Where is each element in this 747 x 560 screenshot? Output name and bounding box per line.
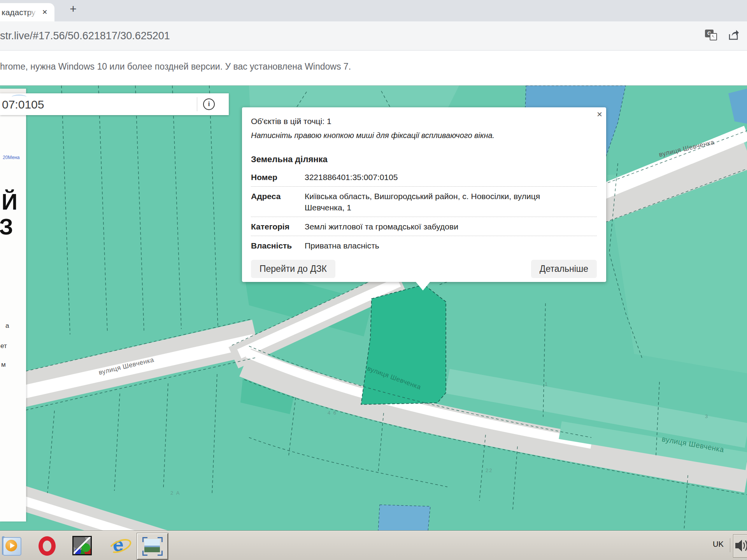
- sidebar-heading-fragment: Й: [2, 189, 18, 215]
- table-row: Номер 3221886401:35:007:0105: [251, 168, 597, 187]
- popup-attribute-table: Номер 3221886401:35:007:0105 Адреса Київ…: [251, 168, 597, 255]
- opera-icon[interactable]: [37, 536, 57, 555]
- cadastral-search-box[interactable]: 07:0105 i: [0, 93, 229, 115]
- popup-section-title: Земельна ділянка: [251, 154, 597, 164]
- row-value: Землі житлової та громадської забудови: [305, 221, 458, 232]
- row-label: Категорія: [251, 221, 305, 232]
- parcel-number: 2 А: [170, 490, 181, 496]
- search-divider: [197, 97, 197, 111]
- popup-caret: [416, 282, 430, 290]
- parcel-number: 22: [486, 467, 493, 473]
- parcel-info-popup: × Об'єктів в цій точці: 1 Натисніть прав…: [242, 107, 606, 282]
- address-bar-url[interactable]: str.live/#17.56/50.621817/30.625201: [0, 30, 170, 42]
- update-notification-bar: hrome, нужна Windows 10 или более поздне…: [0, 51, 747, 86]
- update-notification-text: hrome, нужна Windows 10 или более поздне…: [0, 61, 351, 72]
- go-to-dzk-button[interactable]: Перейти до ДЗК: [251, 260, 335, 278]
- site-sidebar: 20Мена Й З а ет м: [0, 89, 26, 522]
- popup-buttons: Перейти до ДЗК Детальніше: [251, 260, 597, 278]
- popup-objects-count: Об'єктів в цій точці: 1: [251, 117, 597, 126]
- details-button[interactable]: Детальніше: [531, 260, 597, 278]
- parcel-number: 1: [545, 381, 548, 387]
- info-icon[interactable]: i: [203, 98, 215, 110]
- sidebar-link-fragment[interactable]: 20Мена: [3, 155, 19, 160]
- row-label: Адреса: [251, 191, 305, 213]
- map-area[interactable]: вулиця Шевченка вулиця Шевченка вулиця Ш…: [0, 86, 747, 531]
- table-row: Адреса Київська область, Вишгородський р…: [251, 187, 597, 217]
- tab-title: кадастру: [2, 8, 37, 18]
- tray-divider: [730, 538, 730, 552]
- table-row: Власність Приватна власність: [251, 236, 597, 255]
- sidebar-item-fragment[interactable]: ет: [0, 342, 7, 350]
- language-indicator[interactable]: UK: [713, 540, 724, 549]
- sidebar-heading-fragment: З: [0, 214, 13, 240]
- parcel-number: 4 6: [328, 410, 337, 416]
- row-label: Власність: [251, 240, 305, 251]
- volume-icon[interactable]: [733, 534, 747, 558]
- translate-icon-cursor: ↖: [710, 33, 717, 40]
- taskbar: e UK: [0, 531, 747, 560]
- browser-tab[interactable]: кадастру ✕: [0, 3, 54, 21]
- screen: кадастру ✕ + str.live/#17.56/50.621817/3…: [0, 0, 747, 560]
- internet-explorer-icon[interactable]: e: [110, 536, 129, 555]
- search-input[interactable]: 07:0105: [2, 98, 44, 111]
- parcel-number: 3: [705, 413, 708, 419]
- sidebar-item-fragment[interactable]: а: [5, 322, 9, 330]
- table-row: Категорія Землі житлової та громадської …: [251, 217, 597, 236]
- row-value: 3221886401:35:007:0105: [305, 172, 398, 183]
- new-tab-button[interactable]: +: [67, 3, 79, 16]
- browser-toolbar: str.live/#17.56/50.621817/30.625201 G ↖: [0, 21, 747, 51]
- row-value: Київська область, Вишгородський район, с…: [305, 191, 573, 213]
- sidebar-item-fragment[interactable]: м: [1, 361, 6, 369]
- browser-tab-strip: кадастру ✕ +: [0, 0, 747, 21]
- tab-close-icon[interactable]: ✕: [40, 8, 49, 17]
- popup-hint: Натисніть правою кнопкою миші для фіксац…: [251, 131, 597, 140]
- map-app-icon[interactable]: [72, 536, 92, 555]
- row-value: Приватна власність: [305, 240, 379, 251]
- image-viewer-taskbar-button[interactable]: [137, 533, 168, 560]
- translate-icon[interactable]: G ↖: [705, 30, 717, 40]
- media-player-icon[interactable]: [2, 536, 21, 555]
- row-label: Номер: [251, 172, 305, 183]
- share-icon[interactable]: [727, 28, 740, 43]
- popup-close-icon[interactable]: ×: [597, 109, 602, 120]
